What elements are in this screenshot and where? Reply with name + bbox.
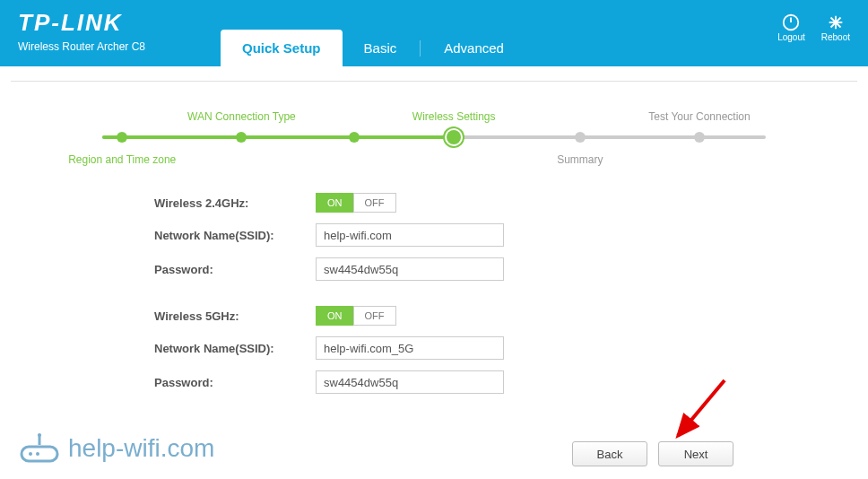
step-dot-wan2	[349, 132, 360, 143]
tab-quick-setup[interactable]: Quick Setup	[221, 30, 343, 66]
toggle-off-5ghz[interactable]: OFF	[353, 306, 396, 326]
step-label-wireless: Wireless Settings	[412, 110, 496, 123]
brand-logo: TP-LINK	[18, 9, 145, 37]
svg-point-10	[36, 452, 39, 456]
input-ssid-5[interactable]	[316, 336, 504, 360]
router-icon	[20, 432, 59, 465]
label-24ghz: Wireless 2.4GHz:	[154, 196, 316, 210]
label-5ghz: Wireless 5GHz:	[154, 309, 316, 323]
logout-button[interactable]: Logout	[777, 13, 805, 42]
reboot-button[interactable]: Reboot	[821, 13, 850, 42]
header-actions: Logout Reboot	[777, 13, 850, 42]
tab-basic[interactable]: Basic	[343, 30, 419, 66]
label-pwd-5: Password:	[154, 376, 316, 389]
toggle-on-5ghz[interactable]: ON	[316, 306, 353, 326]
step-dot-wireless	[447, 130, 461, 144]
brand: TP-LINK Wireless Router Archer C8	[18, 9, 145, 53]
tab-advanced[interactable]: Advanced	[422, 30, 525, 66]
label-ssid-24: Network Name(SSID):	[154, 229, 316, 242]
step-label-summary: Summary	[557, 153, 603, 166]
watermark-text: help-wifi.com	[68, 434, 214, 463]
back-button[interactable]: Back	[572, 441, 647, 466]
logout-label: Logout	[777, 32, 805, 42]
step-label-wan: WAN Connection Type	[187, 110, 296, 123]
step-dot-test	[694, 132, 705, 143]
toggle-5ghz[interactable]: ON OFF	[316, 306, 396, 326]
step-dot-region	[117, 132, 127, 143]
input-ssid-24[interactable]	[316, 223, 504, 247]
annotation-arrow-icon	[669, 375, 732, 447]
step-dot-wan1	[236, 132, 247, 143]
step-label-region: Region and Time zone	[68, 153, 176, 166]
brand-subtitle: Wireless Router Archer C8	[18, 40, 145, 53]
svg-point-7	[38, 433, 41, 437]
toggle-off-24ghz[interactable]: OFF	[353, 193, 396, 213]
tab-divider	[420, 40, 421, 57]
svg-point-9	[29, 452, 32, 456]
input-pwd-24[interactable]	[316, 257, 504, 281]
power-icon	[781, 13, 801, 32]
setup-progress: Region and Time zone WAN Connection Type…	[102, 135, 766, 139]
watermark: help-wifi.com	[20, 432, 214, 465]
toggle-24ghz[interactable]: ON OFF	[316, 193, 396, 213]
label-ssid-5: Network Name(SSID):	[154, 342, 316, 355]
app-header: TP-LINK Wireless Router Archer C8 Quick …	[0, 0, 868, 66]
reboot-label: Reboot	[821, 32, 850, 42]
form-group-24ghz: Wireless 2.4GHz: ON OFF Network Name(SSI…	[154, 193, 812, 281]
step-dot-summary	[575, 132, 586, 143]
progress-fill	[102, 135, 454, 139]
step-label-test: Test Your Connection	[648, 110, 750, 123]
svg-line-12	[678, 380, 725, 436]
wireless-form: Wireless 2.4GHz: ON OFF Network Name(SSI…	[154, 193, 812, 394]
input-pwd-5[interactable]	[316, 370, 504, 394]
progress-track	[102, 135, 766, 139]
label-pwd-24: Password:	[154, 263, 316, 276]
toggle-on-24ghz[interactable]: ON	[316, 193, 353, 213]
main-tabs: Quick Setup Basic Advanced	[221, 30, 525, 66]
reboot-icon	[826, 13, 846, 32]
